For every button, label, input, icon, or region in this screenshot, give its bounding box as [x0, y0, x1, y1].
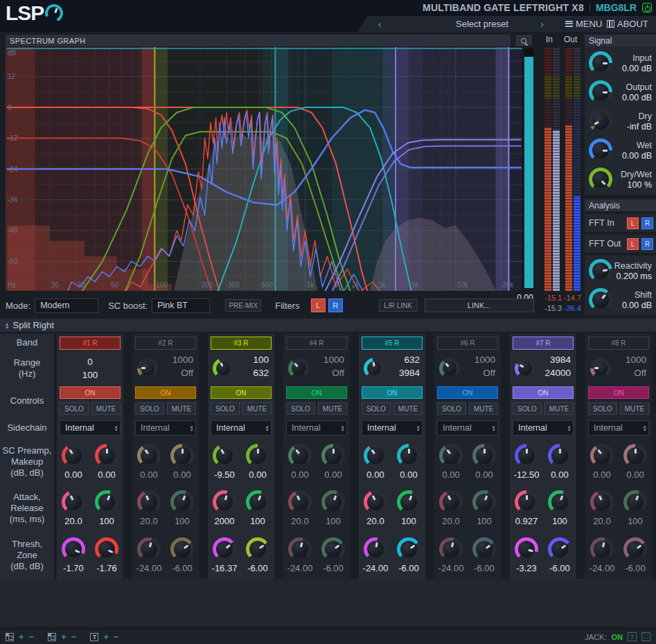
- reactivity-knob[interactable]: [589, 259, 612, 283]
- makeup-knob[interactable]: [472, 444, 496, 467]
- mute-button[interactable]: MUTE: [242, 402, 272, 415]
- band-tab-button[interactable]: #1 R: [60, 337, 121, 350]
- band-tab-button[interactable]: #5 R: [362, 337, 423, 350]
- range-knob[interactable]: [213, 358, 233, 379]
- zone-knob[interactable]: [95, 537, 118, 561]
- threshold-knob[interactable]: [515, 537, 538, 561]
- threshold-knob[interactable]: [364, 537, 387, 561]
- link-button[interactable]: LINK...: [425, 298, 534, 312]
- makeup-knob[interactable]: [623, 444, 647, 467]
- solo-button[interactable]: SOLO: [286, 402, 315, 415]
- fft-in-right-button[interactable]: R: [641, 217, 653, 229]
- meter-bar[interactable]: [553, 47, 560, 291]
- range-knob[interactable]: [137, 358, 158, 379]
- band-on-button[interactable]: ON: [135, 386, 196, 399]
- makeup-knob[interactable]: [321, 444, 345, 467]
- release-knob[interactable]: [170, 490, 194, 514]
- threshold-knob[interactable]: [590, 537, 614, 561]
- solo-button[interactable]: SOLO: [60, 402, 89, 415]
- band-on-button[interactable]: ON: [588, 386, 649, 399]
- mute-button[interactable]: MUTE: [620, 402, 649, 415]
- output-knob[interactable]: [589, 80, 612, 104]
- sc-preamp-knob[interactable]: [590, 444, 614, 467]
- attack-knob[interactable]: [439, 490, 463, 514]
- preset-select[interactable]: Select preset: [420, 19, 544, 29]
- zoom-out-button[interactable]: −: [114, 632, 119, 642]
- preset-prev-button[interactable]: ‹: [378, 18, 382, 30]
- sidechain-select[interactable]: Internal▴▾: [513, 420, 574, 436]
- threshold-knob[interactable]: [137, 537, 161, 561]
- zone-knob[interactable]: [623, 537, 647, 561]
- zone-knob[interactable]: [321, 537, 345, 561]
- zoom-in-button[interactable]: +: [19, 632, 24, 642]
- makeup-knob[interactable]: [170, 444, 194, 467]
- band-tab-button[interactable]: #4 R: [286, 337, 347, 350]
- solo-button[interactable]: SOLO: [437, 402, 466, 415]
- attack-knob[interactable]: [364, 490, 387, 514]
- dry-wet-knob[interactable]: [589, 168, 612, 191]
- attack-knob[interactable]: [590, 490, 614, 514]
- band-tab-button[interactable]: #3 R: [211, 337, 272, 350]
- mode-select[interactable]: Modern: [35, 298, 98, 313]
- lr-link-button[interactable]: L/R LINK: [379, 299, 418, 312]
- range-knob[interactable]: [590, 358, 611, 379]
- fft-out-left-button[interactable]: L: [627, 238, 639, 250]
- wet-knob[interactable]: [589, 138, 612, 162]
- menu-button[interactable]: MENU: [565, 19, 602, 29]
- range-knob[interactable]: [364, 358, 384, 379]
- band-on-button[interactable]: ON: [437, 386, 498, 399]
- meter-bar[interactable]: [544, 47, 551, 291]
- output-gain-fader[interactable]: [524, 48, 533, 288]
- solo-button[interactable]: SOLO: [362, 402, 391, 415]
- release-knob[interactable]: [472, 490, 496, 514]
- band-on-button[interactable]: ON: [362, 386, 423, 399]
- threshold-knob[interactable]: [439, 537, 463, 561]
- attack-knob[interactable]: [137, 490, 161, 514]
- sidechain-select[interactable]: Internal▴▾: [437, 420, 498, 436]
- makeup-knob[interactable]: [246, 444, 269, 467]
- mute-button[interactable]: MUTE: [167, 402, 196, 415]
- band-tab-button[interactable]: #7 R: [513, 337, 574, 350]
- graph-zoom-button[interactable]: [516, 35, 531, 46]
- band-tab-button[interactable]: #2 R: [135, 337, 196, 350]
- fft-out-right-button[interactable]: R: [641, 238, 653, 250]
- filter-right-button[interactable]: R: [328, 298, 343, 312]
- zoom-in-button[interactable]: +: [103, 632, 109, 642]
- zone-knob[interactable]: [170, 537, 194, 561]
- sc-preamp-knob[interactable]: [364, 444, 387, 467]
- power-icon[interactable]: [642, 3, 652, 12]
- sidechain-select[interactable]: Internal▴▾: [135, 420, 196, 436]
- sidechain-select[interactable]: Internal▴▾: [588, 420, 649, 436]
- panel-layout-icon[interactable]: [48, 633, 56, 641]
- zone-knob[interactable]: [397, 537, 420, 561]
- spectrum-graph-canvas[interactable]: dB120-12-24-36-48-60Hz203050100200300500…: [6, 47, 523, 291]
- release-knob[interactable]: [548, 490, 571, 514]
- resize-icon[interactable]: ⛶: [641, 632, 650, 641]
- threshold-knob[interactable]: [62, 537, 85, 561]
- release-knob[interactable]: [321, 490, 345, 514]
- dry-knob[interactable]: [589, 109, 612, 133]
- zoom-out-button[interactable]: −: [71, 632, 77, 642]
- mute-button[interactable]: MUTE: [91, 402, 121, 415]
- mute-button[interactable]: MUTE: [469, 402, 498, 415]
- sc-preamp-knob[interactable]: [213, 444, 236, 467]
- sc-preamp-knob[interactable]: [515, 444, 538, 467]
- zone-knob[interactable]: [472, 537, 496, 561]
- sc-boost-select[interactable]: Pink BT: [152, 298, 210, 313]
- sc-preamp-knob[interactable]: [439, 444, 463, 467]
- sidechain-select[interactable]: Internal▴▾: [286, 420, 347, 436]
- range-knob[interactable]: [288, 358, 309, 379]
- threshold-knob[interactable]: [288, 537, 312, 561]
- meter-bar[interactable]: [574, 47, 580, 291]
- makeup-knob[interactable]: [397, 444, 420, 467]
- input-knob[interactable]: [589, 51, 612, 75]
- mute-button[interactable]: MUTE: [318, 402, 347, 415]
- band-on-button[interactable]: ON: [60, 386, 121, 399]
- zoom-in-button[interactable]: +: [61, 632, 67, 642]
- sidechain-select[interactable]: Internal▴▾: [60, 420, 121, 436]
- solo-button[interactable]: SOLO: [513, 402, 542, 415]
- mute-button[interactable]: MUTE: [393, 402, 423, 415]
- release-knob[interactable]: [623, 490, 647, 514]
- zone-knob[interactable]: [548, 537, 571, 561]
- mute-button[interactable]: MUTE: [544, 402, 574, 415]
